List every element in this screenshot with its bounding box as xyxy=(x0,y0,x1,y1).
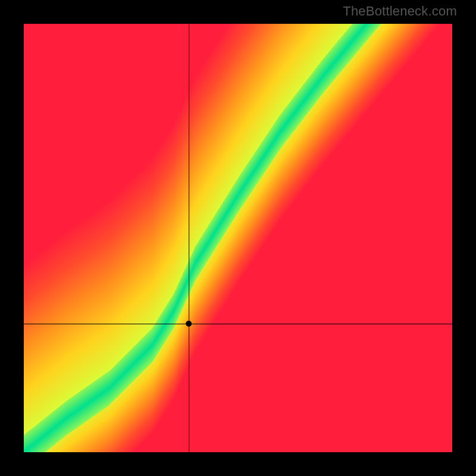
chart-container: TheBottleneck.com xyxy=(0,0,476,476)
heatmap-canvas xyxy=(24,24,452,452)
attribution-label: TheBottleneck.com xyxy=(343,4,457,19)
